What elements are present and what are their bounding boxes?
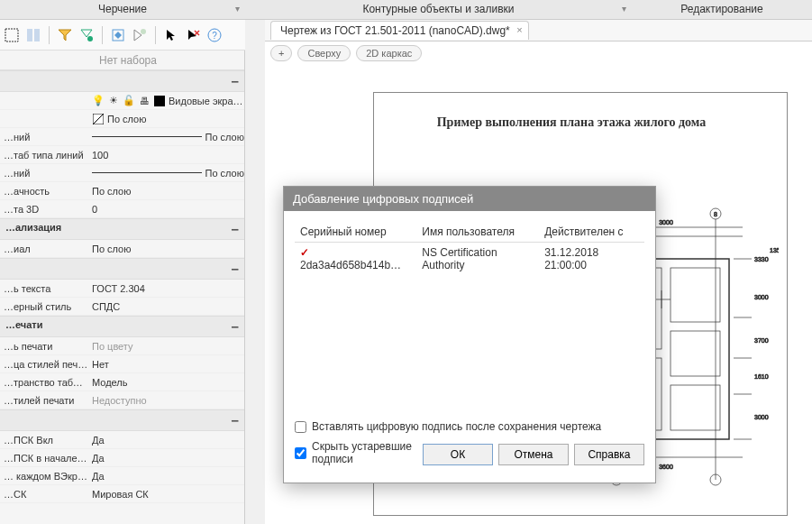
table-row[interactable]: …ний По слою [0,164,244,182]
svg-text:3330: 3330 [754,256,769,262]
prop-value: 💡 ☀ 🔓 🖶 Видовые экра… [88,95,244,107]
section-visualization-label: …ализация [5,222,61,236]
collapse-icon: − [232,413,239,427]
section-visualization[interactable]: …ализация − [0,218,244,240]
prop-row-textstyle[interactable]: …ь текста ГОСТ 2.304 [0,280,244,298]
view-bar: + Сверху 2D каркас [265,41,812,65]
attach-checkbox[interactable] [295,421,306,433]
prop-label: …ний [0,132,88,142]
prop-label: … каждом ВЭкране [0,471,88,482]
hide-label: Скрыть устаревшие подписи [312,440,423,465]
prop-label: …та 3D [0,204,88,215]
add-view-button[interactable]: + [270,45,292,61]
select-similar-icon[interactable] [110,27,126,43]
prop-value: По цвету [88,341,244,352]
properties-panel: Нет набора − 💡 ☀ 🔓 🖶 Видовые экра… По сл… [0,51,245,524]
table-row[interactable]: …СК Мировая СК [0,485,244,503]
hide-checkbox[interactable] [295,447,306,459]
prop-value: Нет [88,359,244,370]
ok-button[interactable]: ОК [423,444,493,465]
linetype-text: По слою [205,168,245,179]
prop-value: По слою [88,168,244,179]
no-selection-label: Нет набора [7,54,157,67]
deselect-icon[interactable] [132,27,148,43]
filter-icon[interactable] [57,27,73,43]
dialog-body: Серийный номер Имя пользователя Действит… [284,211,655,476]
table-row[interactable]: … каждом ВЭкране Да [0,467,244,485]
document-tab[interactable]: Чертеж из ГОСТ 21.501-2011 (nanoCAD).dwg… [270,21,529,40]
prop-row-color[interactable]: По слою [0,110,244,128]
svg-rect-24 [671,268,720,322]
help-button[interactable]: Справка [574,444,644,465]
svg-point-5 [141,29,146,34]
prop-value: 100 [88,150,244,161]
collapse-icon: − [232,262,239,276]
table-row[interactable]: …транство таблиц… Модель [0,373,244,391]
menu-drawing[interactable]: Черчение ▾ [0,0,245,19]
section-text[interactable]: − [0,258,244,280]
view-top-pill[interactable]: Сверху [297,45,351,61]
table-row[interactable]: …ь печати По цвету [0,337,244,355]
section-print[interactable]: …ечати − [0,316,244,337]
linetype-text: По слою [205,132,245,142]
prop-label: …таб типа линий [0,150,88,161]
table-row[interactable]: …ачность По слою [0,182,244,200]
select-crossing-icon[interactable] [4,27,20,43]
section-ucs[interactable]: − [0,409,244,431]
dialog-title: Добавление цифровых подписей [284,187,655,211]
lightbulb-icon[interactable]: 💡 [92,95,105,107]
svg-rect-25 [671,331,720,376]
select-window-icon[interactable] [25,27,41,43]
help-icon[interactable]: ? [206,27,223,43]
svg-rect-0 [5,29,18,41]
prop-value: ГОСТ 2.304 [88,283,244,294]
svg-point-3 [87,36,93,41]
view-wireframe-pill[interactable]: 2D каркас [356,45,422,61]
table-row[interactable]: …тилей печати Недоступно [0,391,244,409]
table-row[interactable]: ✓ 2da3a4d658b414b… NS Certification Auth… [295,243,644,276]
attach-label: Вставлять цифровую подпись после сохране… [312,420,601,433]
cell-valid: 31.12.2018 21:00:00 [539,243,644,276]
quick-select-icon[interactable] [78,27,95,43]
table-row[interactable]: …ний По слою [0,128,244,146]
table-row[interactable]: …ПСК Вкл Да [0,431,244,449]
color-swatch-icon[interactable] [153,95,166,107]
collapse-icon: − [232,74,239,88]
left-toolbar: ? [0,20,245,51]
table-row[interactable]: …та 3D 0 [0,200,244,218]
option-attach-after-save[interactable]: Вставлять цифровую подпись после сохране… [295,420,644,433]
lock-icon[interactable]: 🔓 [123,95,135,107]
table-row[interactable]: …таб типа линий 100 [0,146,244,164]
svg-text:8: 8 [714,211,717,217]
sun-icon[interactable]: ☀ [107,95,120,107]
table-row[interactable]: …ца стилей печати Нет [0,355,244,373]
cancel-icon[interactable] [185,27,201,43]
menu-contours[interactable]: Контурные объекты и заливки ▾ [245,0,632,19]
col-user[interactable]: Имя пользователя [416,222,539,243]
arrow-cursor-icon[interactable] [163,27,179,43]
print-icon[interactable]: 🖶 [138,95,151,107]
prop-row-material[interactable]: …иал По слою [0,240,244,258]
cancel-button[interactable]: Отмена [498,444,569,465]
prop-value: Да [88,471,244,482]
section-general[interactable]: − [0,70,244,92]
table-row[interactable]: …ПСК в начале ко… Да [0,449,244,467]
prop-label: …ПСК Вкл [0,435,88,446]
close-icon[interactable]: × [516,24,522,35]
document-tab-bar: Чертеж из ГОСТ 21.501-2011 (nanoCAD).dwg… [265,20,812,41]
chevron-down-icon: ▾ [235,4,240,14]
check-icon: ✓ [300,246,309,259]
prop-value: По слою [88,132,244,142]
prop-label: …иал [0,244,88,254]
viewports-text: Видовые экра… [169,96,243,106]
menu-contours-label: Контурные объекты и заливки [362,3,514,15]
col-serial[interactable]: Серийный номер [295,222,416,243]
separator [102,26,103,44]
prop-value: 0 [88,204,244,215]
menu-edit[interactable]: Редактирование [632,0,812,19]
prop-row-layer[interactable]: 💡 ☀ 🔓 🖶 Видовые экра… [0,92,244,110]
option-hide-expired[interactable]: Скрыть устаревшие подписи [295,440,423,465]
prop-row-dimstyle[interactable]: …ерный стиль СПДС [0,298,244,316]
col-valid[interactable]: Действителен с [539,222,644,243]
prop-label: …ПСК в начале ко… [0,453,88,464]
